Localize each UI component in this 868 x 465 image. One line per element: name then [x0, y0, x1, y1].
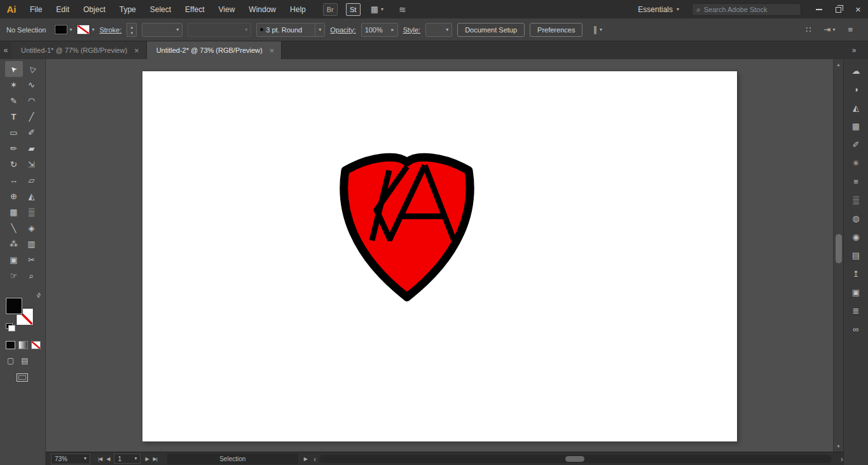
tool-symbol-sprayer[interactable]: ⁂: [5, 236, 23, 252]
restore-button[interactable]: [829, 0, 848, 18]
panel-links[interactable]: ∞: [848, 323, 864, 335]
tool-gradient[interactable]: ▒: [23, 204, 41, 220]
tool-column-graph[interactable]: ▥: [23, 236, 41, 252]
gradient-button[interactable]: [18, 341, 28, 349]
stroke-swatch[interactable]: [77, 25, 90, 34]
collapse-panels-icon[interactable]: »: [848, 41, 860, 59]
draw-normal-icon[interactable]: ▢: [7, 356, 14, 365]
search-input[interactable]: [704, 6, 797, 13]
tool-rectangle[interactable]: ▭: [5, 125, 23, 141]
tool-shaper[interactable]: ✏: [5, 141, 23, 156]
arrange-documents-button[interactable]: ▦ ▾: [371, 4, 383, 14]
prev-artboard-button[interactable]: ◀: [106, 456, 109, 462]
panel-asset-export[interactable]: ↥: [848, 268, 864, 279]
chevron-down-icon[interactable]: ▾: [131, 31, 134, 35]
menu-edit[interactable]: Edit: [49, 0, 76, 18]
scroll-right-icon[interactable]: ›: [841, 455, 843, 463]
menu-file[interactable]: File: [23, 0, 49, 18]
tool-shape-builder[interactable]: ⊕: [5, 188, 23, 204]
panel-graphic-styles[interactable]: ▤: [848, 249, 864, 261]
menu-effect[interactable]: Effect: [178, 0, 211, 18]
vertical-scroll-handle[interactable]: [836, 234, 842, 263]
tool-eraser[interactable]: ▰: [23, 141, 41, 156]
tab-untitled-1[interactable]: Untitled-1* @ 77% (RGB/Preview) ×: [11, 41, 147, 59]
tool-hand[interactable]: ☞: [5, 268, 23, 284]
panel-appearance[interactable]: ◉: [848, 231, 864, 242]
close-button[interactable]: ×: [848, 0, 868, 18]
artboard-number-select[interactable]: 1 ▾: [114, 454, 141, 464]
opacity-panel-link[interactable]: Opacity:: [330, 26, 355, 34]
artboard[interactable]: [142, 71, 737, 441]
draw-behind-icon[interactable]: ▤: [21, 356, 28, 365]
shield-artwork[interactable]: [336, 151, 478, 303]
panel-libraries[interactable]: ☁: [848, 65, 864, 76]
tab-untitled-2[interactable]: Untitled-2* @ 73% (RGB/Preview) ×: [147, 41, 282, 59]
tool-rotate[interactable]: ↻: [5, 156, 23, 172]
tool-slice[interactable]: ✂: [23, 252, 41, 268]
stroke-panel-link[interactable]: Stroke:: [99, 26, 121, 34]
panel-layers[interactable]: ≣: [848, 305, 864, 316]
menu-type[interactable]: Type: [113, 0, 143, 18]
first-artboard-button[interactable]: |◀: [98, 456, 102, 462]
scroll-down-icon[interactable]: ▼: [834, 444, 843, 448]
tool-mesh[interactable]: ▦: [5, 204, 23, 220]
panel-brushes[interactable]: ✐: [848, 139, 864, 150]
tool-line-segment[interactable]: ╱: [23, 109, 41, 125]
stroke-color-picker[interactable]: ▾: [77, 25, 94, 34]
tool-blend[interactable]: ◈: [23, 220, 41, 236]
panel-swatches[interactable]: ▦: [848, 120, 864, 132]
tool-type[interactable]: T: [5, 109, 23, 125]
dock-control[interactable]: ⇥ ▾: [823, 25, 835, 34]
scroll-left-icon[interactable]: ‹: [313, 455, 316, 463]
brush-definition-select[interactable]: 3 pt. Round ▾: [256, 23, 325, 37]
scroll-up-icon[interactable]: ▲: [834, 62, 843, 67]
panel-transparency[interactable]: ◍: [848, 212, 864, 224]
none-button[interactable]: [31, 341, 41, 349]
tool-zoom[interactable]: ⌕: [23, 268, 41, 284]
tool-width[interactable]: ↔: [5, 172, 23, 188]
bridge-badge[interactable]: Br: [323, 3, 338, 16]
color-button[interactable]: [6, 341, 15, 349]
panel-menu-icon[interactable]: ≡: [848, 25, 853, 34]
stroke-width-select[interactable]: ▾: [142, 23, 183, 37]
opacity-select[interactable]: 100% ▸: [361, 23, 398, 37]
tool-artboard[interactable]: ▣: [5, 252, 23, 268]
menu-help[interactable]: Help: [283, 0, 313, 18]
canvas[interactable]: [46, 59, 833, 452]
close-icon[interactable]: ×: [270, 46, 275, 55]
default-fill-stroke-icon[interactable]: [6, 323, 13, 329]
tool-pen[interactable]: ✎: [5, 93, 23, 109]
tool-direct-selection[interactable]: ▷: [23, 61, 41, 77]
status-display[interactable]: Selection: [167, 454, 298, 464]
panel-symbols[interactable]: ✳: [848, 157, 864, 169]
chevron-up-icon[interactable]: ▴: [131, 25, 134, 29]
close-icon[interactable]: ×: [134, 46, 139, 55]
horizontal-scrollbar[interactable]: [319, 455, 831, 463]
menu-select[interactable]: Select: [143, 0, 178, 18]
gpu-performance-icon[interactable]: ≋: [399, 4, 406, 15]
swap-fill-stroke-icon[interactable]: ⇄: [35, 291, 43, 299]
stroke-width-stepper[interactable]: ▴ ▾: [127, 23, 137, 37]
tool-free-transform[interactable]: ▱: [23, 172, 41, 188]
variable-width-profile-select[interactable]: ▾: [188, 23, 251, 37]
collapse-tools-icon[interactable]: «: [0, 41, 11, 59]
panel-stroke[interactable]: ≡: [848, 176, 864, 187]
minimize-button[interactable]: [809, 0, 829, 18]
menu-object[interactable]: Object: [76, 0, 113, 18]
panel-color[interactable]: ◑: [848, 83, 864, 95]
panel-gradient[interactable]: ▒: [848, 194, 864, 205]
horizontal-scroll-handle[interactable]: [565, 456, 584, 462]
last-artboard-button[interactable]: ▶|: [153, 456, 157, 462]
menu-view[interactable]: View: [212, 0, 242, 18]
fill-color-picker[interactable]: ▾: [55, 25, 72, 34]
tool-magic-wand[interactable]: ✶: [5, 77, 23, 93]
tool-perspective-grid[interactable]: ◭: [23, 188, 41, 204]
workspace-grid-icon[interactable]: ∷: [806, 25, 811, 34]
status-menu-icon[interactable]: ▶: [304, 456, 308, 462]
preferences-button[interactable]: Preferences: [530, 23, 582, 37]
align-options-button[interactable]: ∥ ▾: [593, 25, 602, 34]
fill-swatch[interactable]: [55, 25, 67, 34]
vertical-scrollbar[interactable]: ▲ ▼: [833, 59, 843, 452]
fill-color-indicator[interactable]: [6, 298, 22, 314]
tool-eyedropper[interactable]: ╲: [5, 220, 23, 236]
